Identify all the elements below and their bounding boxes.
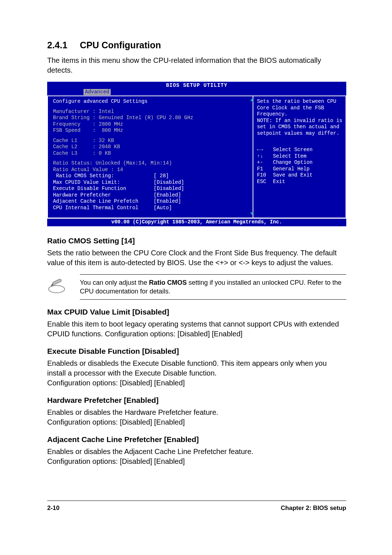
- bios-ratio-actual: Ratio Actual Value : 14: [53, 167, 249, 173]
- nav-label-exit: Exit: [273, 179, 285, 185]
- intro-paragraph: The items in this menu show the CPU-rela…: [47, 56, 346, 75]
- nav-key-pm: +-: [257, 159, 273, 166]
- nav-key-esc: ESC: [257, 179, 273, 185]
- bios-copyright: v00.00 (C)Copyright 1985-2003, American …: [47, 218, 346, 226]
- page-content: 2.4.1CPU Configuration The items in this…: [47, 40, 346, 473]
- bios-setting-ratio-cmos[interactable]: Ratio CMOS Setting: [ 28]: [53, 173, 249, 179]
- bios-setting-thermal[interactable]: CPU Internal Thermal Control [Auto]: [53, 205, 249, 211]
- chapter-label: Chapter 2: BIOS setup: [281, 505, 346, 512]
- bios-main-panel: ▲ Configure advanced CPU Settings Manufa…: [47, 96, 253, 218]
- note-bold: Ratio CMOS: [149, 279, 187, 286]
- svg-rect-1: [52, 278, 62, 285]
- body-hw-prefetch: Enables or disables the Hardware Prefetc…: [47, 408, 346, 427]
- bios-info-brand: Brand String : Genuined Intel (R) CPU 2.…: [53, 115, 249, 121]
- bios-info-manufacturer: Manufacturer : Intel: [53, 109, 249, 115]
- bios-tab-advanced[interactable]: Advanced: [83, 89, 111, 95]
- heading-max-cpuid: Max CPUID Value Limit [Disabled]: [47, 308, 346, 316]
- nav-key-f10: F10: [257, 172, 273, 179]
- nav-label-select-screen: Select Screen: [273, 147, 313, 153]
- body-ratio-cmos: Sets the ratio between the CPU Core Cloc…: [47, 248, 346, 268]
- section-title: CPU Configuration: [80, 40, 161, 50]
- bios-info-fsb: FSB Speed : 800 MHz: [53, 127, 249, 134]
- note-block: You can only adjust the Ratio CMOS setti…: [47, 274, 346, 300]
- bios-help-text: Sets the ratio between CPU Core Clock an…: [257, 98, 343, 137]
- bios-setting-hw-prefetch[interactable]: Hardware Prefetcher [Enabled]: [53, 192, 249, 199]
- bios-tab-row: Advanced: [47, 89, 346, 96]
- nav-label-general-help: General Help: [273, 166, 310, 172]
- nav-key-ud: ↑↓: [257, 153, 273, 160]
- body-exec-disable: Enableds or disableds the Execute Disabl…: [47, 358, 346, 388]
- note-text: You can only adjust the Ratio CMOS setti…: [80, 278, 346, 296]
- bios-screenshot: BIOS SETUP UTILITY Advanced ▲ Configure …: [47, 82, 346, 226]
- nav-label-save-exit: Save and Exit: [273, 172, 313, 178]
- bios-info-l2: Cache L2 : 2048 KB: [53, 144, 249, 150]
- bios-help-panel: Sets the ratio between CPU Core Clock an…: [253, 96, 346, 218]
- bios-title: BIOS SETUP UTILITY: [47, 82, 346, 89]
- heading-exec-disable: Execute Disable Function [Disabled]: [47, 347, 346, 356]
- svg-point-0: [49, 285, 65, 293]
- page-number: 2-10: [47, 505, 60, 512]
- bios-setting-max-cpuid[interactable]: Max CPUID Value Limit: [Disabled]: [53, 179, 249, 186]
- bios-info-frequency: Frequency : 2800 MHz: [53, 121, 249, 128]
- heading-adj-cache: Adjacent Cache Line Prefetcher [Enabled]: [47, 435, 346, 444]
- bios-nav-keys: ←→Select Screen ↑↓Select Item +-Change O…: [257, 147, 343, 185]
- body-adj-cache: Enables or disables the Adjacent Cache L…: [47, 447, 346, 466]
- scroll-up-icon[interactable]: ▲: [250, 97, 253, 104]
- body-max-cpuid: Enable this item to boot legacy operatin…: [47, 319, 346, 339]
- note-pre: You can only adjust the: [80, 279, 149, 286]
- bios-info-l3: Cache L3 : 0 KB: [53, 150, 249, 157]
- note-pencil-icon: [47, 278, 80, 294]
- bios-setting-adj-cache[interactable]: Adjacent Cache Line Prefetch [Enabled]: [53, 198, 249, 205]
- bios-info-l1: Cache L1 : 32 KB: [53, 138, 249, 144]
- section-number: 2.4.1: [47, 40, 80, 50]
- bios-main-heading: Configure advanced CPU Settings: [53, 98, 249, 105]
- section-heading: 2.4.1CPU Configuration: [47, 40, 346, 50]
- nav-key-f1: F1: [257, 166, 273, 173]
- scroll-down-icon[interactable]: ▼: [250, 211, 253, 217]
- page-footer: 2-10 Chapter 2: BIOS setup: [47, 501, 346, 512]
- nav-label-change-option: Change Option: [273, 159, 313, 165]
- nav-label-select-item: Select Item: [273, 153, 306, 159]
- bios-ratio-status: Ratio Status: Unlocked (Max:14, Min:14): [53, 160, 249, 167]
- nav-key-lr: ←→: [257, 147, 273, 153]
- heading-hw-prefetch: Hardware Prefetcher [Enabled]: [47, 396, 346, 405]
- bios-setting-exec-disable[interactable]: Execute Disable Function [Disabled]: [53, 186, 249, 192]
- heading-ratio-cmos: Ratio CMOS Setting [14]: [47, 236, 346, 245]
